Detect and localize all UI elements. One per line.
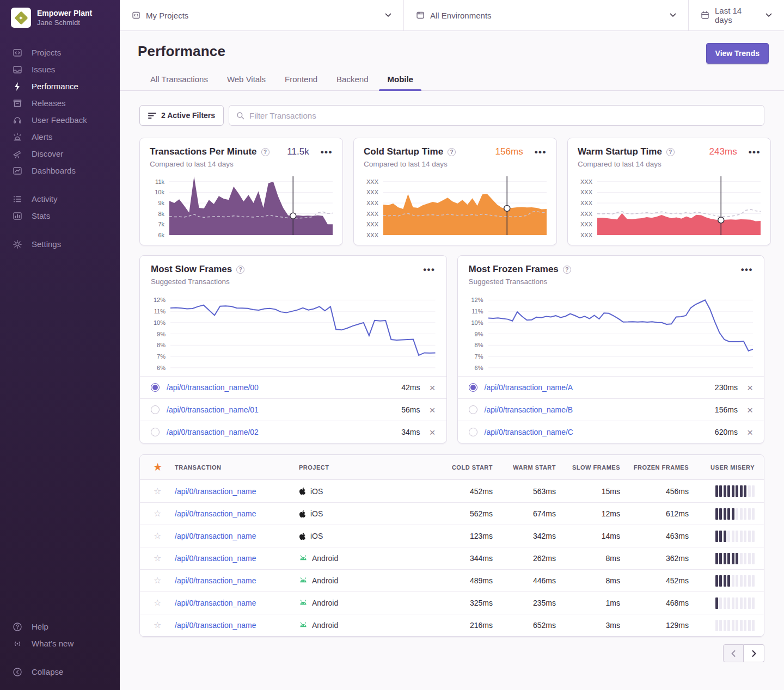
column-header-transaction[interactable]: Transaction [175, 464, 299, 471]
search-input[interactable] [249, 111, 757, 120]
transaction-link[interactable]: /api/0/transaction_name [175, 576, 256, 585]
active-filters-button[interactable]: 2 Active Filters [139, 105, 224, 126]
environment-selector[interactable]: All Environments [404, 0, 689, 30]
column-header-user-misery[interactable]: User Misery [689, 464, 755, 471]
sidebar-item-issues[interactable]: Issues [0, 61, 120, 78]
column-header-slow-frames[interactable]: Slow Frames [556, 464, 620, 471]
close-icon[interactable]: × [429, 383, 435, 393]
star-icon[interactable]: ☆ [140, 621, 175, 630]
context-menu-icon[interactable]: ••• [321, 147, 333, 157]
cold-start-area-chart[interactable] [383, 175, 547, 235]
tab-frontend[interactable]: Frontend [285, 75, 317, 90]
sidebar-item-activity[interactable]: Activity [0, 190, 120, 207]
close-icon[interactable]: × [747, 427, 753, 438]
help-icon[interactable]: ? [236, 266, 244, 274]
close-icon[interactable]: × [747, 383, 753, 393]
radio-button[interactable] [469, 383, 477, 392]
star-icon[interactable]: ☆ [140, 532, 175, 540]
transaction-link[interactable]: /api/0/transaction_name/00 [167, 383, 259, 392]
misery-segment [719, 485, 722, 497]
star-icon[interactable]: ☆ [140, 509, 175, 518]
sidebar-item-collapse[interactable]: Collapse [0, 663, 120, 680]
column-header-frozen-frames[interactable]: Frozen Frames [620, 464, 689, 471]
view-trends-button[interactable]: View Trends [706, 43, 769, 64]
context-menu-icon[interactable]: ••• [749, 147, 761, 157]
radio-button[interactable] [469, 428, 477, 436]
misery-segment [736, 620, 738, 631]
misery-segment [715, 575, 718, 587]
y-tick-label: 8k [158, 211, 164, 217]
misery-segment [748, 597, 751, 609]
context-menu-icon[interactable]: ••• [535, 147, 547, 157]
next-page-button[interactable] [744, 644, 764, 662]
transaction-link[interactable]: /api/0/transaction_name/A [485, 383, 573, 392]
table-row: ☆/api/0/transaction_nameiOS562ms674ms12m… [140, 502, 764, 525]
transaction-link[interactable]: /api/0/transaction_name [175, 554, 256, 563]
slow-frames-line-chart[interactable] [170, 294, 436, 371]
sidebar-item-discover[interactable]: Discover [0, 145, 120, 162]
radio-button[interactable] [151, 383, 160, 392]
context-menu-icon[interactable]: ••• [423, 265, 435, 274]
close-icon[interactable]: × [429, 405, 435, 415]
help-icon[interactable]: ? [563, 266, 571, 274]
y-tick-label: 6% [475, 365, 483, 371]
transaction-link[interactable]: /api/0/transaction_name/01 [167, 405, 259, 414]
star-column-header-icon[interactable]: ★ [140, 463, 175, 472]
transaction-link[interactable]: /api/0/transaction_name/B [485, 405, 573, 414]
misery-segment [719, 531, 722, 542]
close-icon[interactable]: × [429, 427, 435, 438]
sidebar-item-settings[interactable]: Settings [0, 236, 120, 252]
sidebar-item-alerts[interactable]: Alerts [0, 128, 120, 145]
sidebar-item-releases[interactable]: Releases [0, 95, 120, 112]
close-icon[interactable]: × [747, 405, 753, 415]
sidebar-item-stats[interactable]: Stats [0, 207, 120, 224]
apple-icon [299, 532, 306, 540]
transaction-link[interactable]: /api/0/transaction_name [175, 532, 256, 540]
card-cold-startup-time: Cold Startup Time ? 156ms ••• Compared t… [353, 138, 557, 245]
transaction-link[interactable]: /api/0/transaction_name/02 [167, 428, 259, 436]
star-icon[interactable]: ☆ [140, 599, 175, 607]
previous-page-button[interactable] [723, 644, 744, 662]
transaction-link[interactable]: /api/0/transaction_name/C [485, 428, 573, 436]
help-icon[interactable]: ? [666, 148, 675, 156]
context-menu-icon[interactable]: ••• [741, 265, 753, 274]
tab-web-vitals[interactable]: Web Vitals [227, 75, 266, 90]
sidebar-item-whats-new[interactable]: What’s new [0, 635, 120, 652]
window-icon [416, 11, 425, 20]
frozen-frames-line-chart[interactable] [488, 294, 754, 371]
radio-button[interactable] [469, 405, 477, 414]
star-icon[interactable]: ☆ [140, 554, 175, 563]
help-icon[interactable]: ? [448, 148, 456, 156]
y-tick-label: 6% [157, 365, 166, 371]
tab-mobile[interactable]: Mobile [387, 75, 413, 90]
column-header-project[interactable]: Project [299, 464, 430, 471]
frozen-frames-value: 452ms [620, 576, 689, 585]
transaction-link[interactable]: /api/0/transaction_name [175, 509, 256, 518]
tab-all-transactions[interactable]: All Transactions [150, 75, 208, 90]
star-icon[interactable]: ☆ [140, 487, 175, 496]
warm-start-area-chart[interactable] [597, 175, 761, 235]
sidebar-item-help[interactable]: Help [0, 618, 120, 635]
radio-button[interactable] [151, 428, 160, 436]
column-header-warm-start[interactable]: Warm Start [493, 464, 556, 471]
transaction-link[interactable]: /api/0/transaction_name [175, 621, 256, 630]
sidebar-item-performance[interactable]: Performance [0, 78, 120, 95]
date-range-selector[interactable]: Last 14 days [689, 0, 784, 30]
calendar-icon [701, 11, 709, 20]
tpm-area-chart[interactable] [169, 175, 333, 235]
org-switcher[interactable]: ✦ Empower Plant Jane Schmidt [0, 8, 120, 28]
frozen-frames-value: 362ms [620, 554, 689, 563]
sidebar-item-dashboards[interactable]: Dashboards [0, 162, 120, 179]
help-icon[interactable]: ? [261, 148, 270, 156]
transaction-link[interactable]: /api/0/transaction_name [175, 599, 256, 607]
project-selector[interactable]: My Projects [120, 0, 404, 30]
sidebar-item-projects[interactable]: Projects [0, 44, 120, 61]
star-icon[interactable]: ☆ [140, 576, 175, 585]
radio-button[interactable] [151, 405, 160, 414]
project-cell: Android [299, 621, 430, 630]
sidebar-item-user-feedback[interactable]: User Feedback [0, 112, 120, 128]
y-axis-labels: XXXXXXXXXXXXXXXXXX [364, 175, 379, 235]
tab-backend[interactable]: Backend [336, 75, 368, 90]
transaction-link[interactable]: /api/0/transaction_name [175, 487, 256, 496]
column-header-cold-start[interactable]: Cold Start [430, 464, 493, 471]
